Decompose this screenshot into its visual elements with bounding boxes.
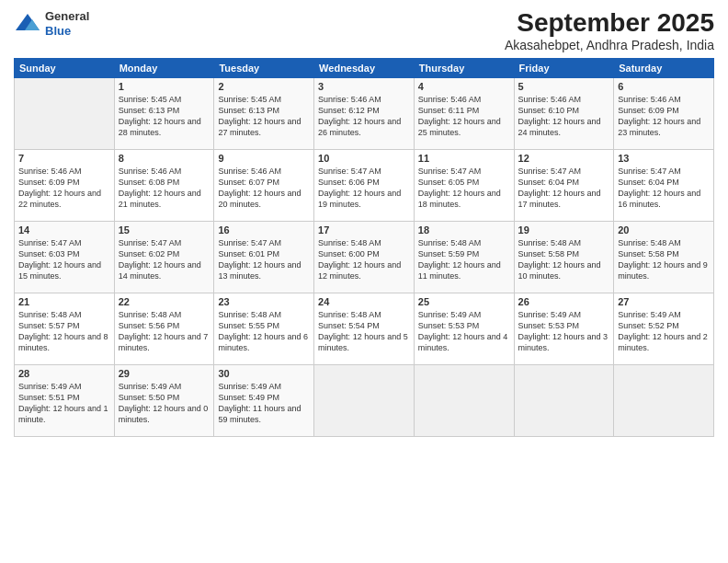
cell-info: Sunrise: 5:47 AM Sunset: 6:03 PM Dayligh…	[18, 237, 110, 282]
sunset: Sunset: 6:00 PM	[318, 248, 410, 259]
logo-general: General	[45, 9, 89, 23]
sunrise: Sunrise: 5:48 AM	[618, 237, 710, 248]
col-monday: Monday	[114, 58, 214, 77]
cell-info: Sunrise: 5:48 AM Sunset: 5:58 PM Dayligh…	[518, 237, 610, 282]
sunrise: Sunrise: 5:48 AM	[418, 237, 510, 248]
logo-icon	[14, 12, 41, 35]
cell-w1-d4: 4 Sunrise: 5:46 AM Sunset: 6:11 PM Dayli…	[414, 77, 514, 149]
day-number: 17	[318, 224, 410, 236]
day-number: 25	[418, 296, 510, 307]
day-number: 2	[218, 81, 310, 92]
daylight: Daylight: 12 hours and 3 minutes.	[518, 331, 610, 353]
daylight: Daylight: 12 hours and 23 minutes.	[618, 116, 710, 138]
col-thursday: Thursday	[414, 58, 514, 77]
cell-w1-d3: 3 Sunrise: 5:46 AM Sunset: 6:12 PM Dayli…	[314, 77, 415, 149]
day-number: 18	[418, 224, 510, 236]
sunset: Sunset: 5:49 PM	[218, 392, 310, 403]
daylight: Daylight: 12 hours and 22 minutes.	[18, 188, 110, 210]
sunrise: Sunrise: 5:49 AM	[418, 309, 510, 320]
cell-info: Sunrise: 5:48 AM Sunset: 6:00 PM Dayligh…	[318, 237, 410, 282]
sunset: Sunset: 5:55 PM	[218, 320, 310, 331]
cell-w3-d4: 18 Sunrise: 5:48 AM Sunset: 5:59 PM Dayl…	[414, 221, 514, 293]
daylight: Daylight: 12 hours and 27 minutes.	[218, 116, 310, 138]
cell-info: Sunrise: 5:46 AM Sunset: 6:10 PM Dayligh…	[518, 94, 610, 139]
cell-info: Sunrise: 5:46 AM Sunset: 6:09 PM Dayligh…	[18, 166, 110, 211]
cell-info: Sunrise: 5:47 AM Sunset: 6:06 PM Dayligh…	[318, 166, 410, 211]
cell-info: Sunrise: 5:48 AM Sunset: 5:55 PM Dayligh…	[218, 309, 310, 354]
cell-w2-d3: 10 Sunrise: 5:47 AM Sunset: 6:06 PM Dayl…	[314, 149, 415, 221]
day-number: 29	[119, 368, 210, 379]
sunrise: Sunrise: 5:48 AM	[218, 309, 310, 320]
cell-info: Sunrise: 5:49 AM Sunset: 5:52 PM Dayligh…	[618, 309, 710, 354]
sunrise: Sunrise: 5:46 AM	[119, 166, 210, 177]
sunset: Sunset: 6:10 PM	[518, 105, 610, 116]
sunrise: Sunrise: 5:49 AM	[618, 309, 710, 320]
cell-info: Sunrise: 5:47 AM Sunset: 6:04 PM Dayligh…	[518, 166, 610, 211]
cell-w1-d0	[15, 77, 115, 149]
daylight: Daylight: 12 hours and 5 minutes.	[318, 331, 410, 353]
daylight: Daylight: 12 hours and 14 minutes.	[119, 259, 210, 282]
cell-w4-d5: 26 Sunrise: 5:49 AM Sunset: 5:53 PM Dayl…	[514, 293, 614, 364]
day-number: 1	[119, 81, 210, 92]
cell-w2-d6: 13 Sunrise: 5:47 AM Sunset: 6:04 PM Dayl…	[614, 149, 714, 221]
logo: General Blue	[14, 9, 89, 38]
cell-w3-d2: 16 Sunrise: 5:47 AM Sunset: 6:01 PM Dayl…	[214, 221, 314, 293]
day-number: 21	[18, 296, 110, 307]
daylight: Daylight: 12 hours and 1 minute.	[18, 403, 110, 425]
sunrise: Sunrise: 5:45 AM	[119, 94, 210, 105]
sunset: Sunset: 6:08 PM	[119, 177, 210, 188]
title-block: September 2025 Akasahebpet, Andhra Prade…	[505, 9, 714, 52]
page: General Blue September 2025 Akasahebpet,…	[0, 0, 728, 563]
cell-w2-d1: 8 Sunrise: 5:46 AM Sunset: 6:08 PM Dayli…	[114, 149, 214, 221]
sunrise: Sunrise: 5:47 AM	[618, 166, 710, 177]
cell-info: Sunrise: 5:45 AM Sunset: 6:13 PM Dayligh…	[119, 94, 210, 139]
day-number: 12	[518, 153, 610, 164]
sunset: Sunset: 5:51 PM	[18, 392, 110, 403]
col-tuesday: Tuesday	[214, 58, 314, 77]
cell-w4-d3: 24 Sunrise: 5:48 AM Sunset: 5:54 PM Dayl…	[314, 293, 415, 364]
cell-w1-d2: 2 Sunrise: 5:45 AM Sunset: 6:13 PM Dayli…	[214, 77, 314, 149]
day-number: 23	[218, 296, 310, 307]
daylight: Daylight: 12 hours and 28 minutes.	[119, 116, 210, 138]
cell-info: Sunrise: 5:48 AM Sunset: 5:58 PM Dayligh…	[618, 237, 710, 282]
daylight: Daylight: 12 hours and 20 minutes.	[218, 188, 310, 210]
sunset: Sunset: 6:04 PM	[618, 177, 710, 188]
cell-info: Sunrise: 5:48 AM Sunset: 5:59 PM Dayligh…	[418, 237, 510, 282]
sunrise: Sunrise: 5:47 AM	[218, 237, 310, 248]
col-sunday: Sunday	[15, 58, 115, 77]
sunset: Sunset: 6:05 PM	[418, 177, 510, 188]
daylight: Daylight: 12 hours and 18 minutes.	[418, 188, 510, 210]
sunset: Sunset: 6:06 PM	[318, 177, 410, 188]
day-number: 5	[518, 81, 610, 92]
cell-info: Sunrise: 5:47 AM Sunset: 6:04 PM Dayligh…	[618, 166, 710, 211]
sunrise: Sunrise: 5:46 AM	[18, 166, 110, 177]
cell-info: Sunrise: 5:47 AM Sunset: 6:02 PM Dayligh…	[119, 237, 210, 282]
cell-w3-d6: 20 Sunrise: 5:48 AM Sunset: 5:58 PM Dayl…	[614, 221, 714, 293]
sunrise: Sunrise: 5:45 AM	[218, 94, 310, 105]
sunrise: Sunrise: 5:49 AM	[518, 309, 610, 320]
day-number: 19	[518, 224, 610, 236]
daylight: Daylight: 11 hours and 59 minutes.	[218, 403, 310, 425]
cell-info: Sunrise: 5:49 AM Sunset: 5:53 PM Dayligh…	[418, 309, 510, 354]
cell-info: Sunrise: 5:47 AM Sunset: 6:01 PM Dayligh…	[218, 237, 310, 282]
cell-info: Sunrise: 5:49 AM Sunset: 5:53 PM Dayligh…	[518, 309, 610, 354]
day-number: 3	[318, 81, 410, 92]
sunrise: Sunrise: 5:46 AM	[618, 94, 710, 105]
cell-w4-d0: 21 Sunrise: 5:48 AM Sunset: 5:57 PM Dayl…	[15, 293, 115, 364]
cell-w1-d1: 1 Sunrise: 5:45 AM Sunset: 6:13 PM Dayli…	[114, 77, 214, 149]
daylight: Daylight: 12 hours and 11 minutes.	[418, 259, 510, 282]
daylight: Daylight: 12 hours and 26 minutes.	[318, 116, 410, 138]
cell-w5-d4	[414, 364, 514, 436]
day-number: 22	[119, 296, 210, 307]
cell-w2-d2: 9 Sunrise: 5:46 AM Sunset: 6:07 PM Dayli…	[214, 149, 314, 221]
cell-info: Sunrise: 5:48 AM Sunset: 5:56 PM Dayligh…	[119, 309, 210, 354]
cell-w4-d6: 27 Sunrise: 5:49 AM Sunset: 5:52 PM Dayl…	[614, 293, 714, 364]
cell-info: Sunrise: 5:47 AM Sunset: 6:05 PM Dayligh…	[418, 166, 510, 211]
sunset: Sunset: 5:50 PM	[119, 392, 210, 403]
daylight: Daylight: 12 hours and 24 minutes.	[518, 116, 610, 138]
week-row-5: 28 Sunrise: 5:49 AM Sunset: 5:51 PM Dayl…	[15, 364, 714, 436]
sunrise: Sunrise: 5:47 AM	[518, 166, 610, 177]
sunset: Sunset: 5:58 PM	[618, 248, 710, 259]
col-wednesday: Wednesday	[314, 58, 415, 77]
day-number: 20	[618, 224, 710, 236]
